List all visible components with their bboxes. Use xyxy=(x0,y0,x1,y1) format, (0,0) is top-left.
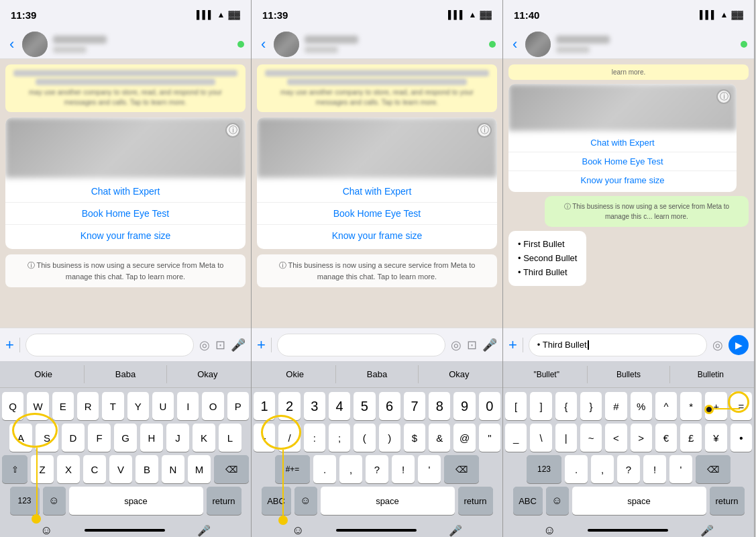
space-key-3[interactable]: space xyxy=(572,487,706,515)
key-question-3[interactable]: ? xyxy=(617,455,640,483)
abc-key-2[interactable]: ABC xyxy=(262,487,291,515)
key-lt[interactable]: < xyxy=(605,424,627,452)
key-x[interactable]: X xyxy=(57,455,80,483)
book-eye-btn-1[interactable]: Book Home Eye Test xyxy=(5,202,246,224)
key-r[interactable]: R xyxy=(77,392,99,420)
abc-key-3[interactable]: ABC xyxy=(513,487,543,515)
book-eye-btn-2[interactable]: Book Home Eye Test xyxy=(257,202,497,224)
chat-expert-btn-1[interactable]: Chat with Expert xyxy=(5,181,246,202)
key-rbracket[interactable]: ] xyxy=(530,392,551,420)
emoji-bottom-2[interactable]: ☺ xyxy=(292,524,304,538)
key-euro[interactable]: € xyxy=(655,424,677,452)
camera-icon-2[interactable]: ⊡ xyxy=(467,338,477,352)
text-input-2[interactable] xyxy=(277,334,445,356)
key-slash[interactable]: / xyxy=(278,424,300,452)
key-1[interactable]: 1 xyxy=(254,392,275,420)
key-tilde[interactable]: ~ xyxy=(580,424,602,452)
shift-key-1[interactable]: ⇧ xyxy=(2,455,28,483)
suggestion-3b[interactable]: Bullets xyxy=(588,366,669,383)
key-j[interactable]: J xyxy=(166,424,189,452)
emoji-bottom-3[interactable]: ☺ xyxy=(543,524,555,538)
key-q[interactable]: Q xyxy=(2,392,23,420)
key-b[interactable]: B xyxy=(136,455,158,483)
sticker-icon-2[interactable]: ◎ xyxy=(451,338,462,352)
mic-bottom-1[interactable]: 🎤 xyxy=(197,524,211,537)
key-minus[interactable]: - xyxy=(254,424,275,452)
return-key-3[interactable]: return xyxy=(710,487,745,515)
mic-icon-2[interactable]: 🎤 xyxy=(482,338,497,352)
suggestion-1a[interactable]: Okie xyxy=(3,365,85,383)
key-k[interactable]: K xyxy=(193,424,215,452)
backspace-key-3[interactable]: ⌫ xyxy=(696,455,731,483)
key-2[interactable]: 2 xyxy=(278,392,300,420)
key-exclaim[interactable]: ! xyxy=(392,455,415,483)
mic-icon-1[interactable]: 🎤 xyxy=(231,338,246,352)
key-quote[interactable]: " xyxy=(479,424,500,452)
key-6[interactable]: 6 xyxy=(379,392,400,420)
key-u[interactable]: U xyxy=(152,392,174,420)
key-pound[interactable]: £ xyxy=(680,424,702,452)
key-star[interactable]: * xyxy=(680,392,702,420)
key-gt[interactable]: > xyxy=(631,424,652,452)
info-icon-3[interactable]: ⓘ xyxy=(716,89,731,104)
backspace-key-1[interactable]: ⌫ xyxy=(214,455,249,483)
key-s[interactable]: S xyxy=(36,424,58,452)
key-g[interactable]: G xyxy=(114,424,137,452)
plus-button-1[interactable]: + xyxy=(5,336,14,354)
key-bullet[interactable]: • xyxy=(731,424,752,452)
key-colon[interactable]: : xyxy=(304,424,325,452)
key-plus[interactable]: + xyxy=(705,392,726,420)
back-button-1[interactable]: ‹ xyxy=(7,33,17,56)
key-o[interactable]: O xyxy=(202,392,223,420)
suggestion-3c[interactable]: Bulletin xyxy=(670,366,751,383)
plus-button-3[interactable]: + xyxy=(508,336,517,354)
return-key-1[interactable]: return xyxy=(207,487,241,515)
emoji-bottom-1[interactable]: ☺ xyxy=(40,524,52,538)
key-7[interactable]: 7 xyxy=(404,392,425,420)
back-button-2[interactable]: ‹ xyxy=(258,33,268,56)
emoji-key-3[interactable]: ☺ xyxy=(546,487,569,515)
suggestion-2c[interactable]: Okay xyxy=(419,365,500,383)
key-rcurly[interactable]: } xyxy=(580,392,602,420)
key-8[interactable]: 8 xyxy=(429,392,450,420)
key-n[interactable]: N xyxy=(162,455,184,483)
key-3[interactable]: 3 xyxy=(304,392,325,420)
key-pipe[interactable]: | xyxy=(555,424,577,452)
key-exclaim-3[interactable]: ! xyxy=(643,455,666,483)
frame-size-btn-3[interactable]: Know your frame size xyxy=(508,170,737,189)
mic-bottom-2[interactable]: 🎤 xyxy=(449,524,462,537)
input-bar-2[interactable]: + ◎ ⊡ 🎤 xyxy=(252,328,502,361)
space-key-2[interactable]: space xyxy=(321,487,455,515)
key-percent[interactable]: % xyxy=(631,392,652,420)
key-comma[interactable]: , xyxy=(339,455,362,483)
key-lcurly[interactable]: { xyxy=(555,392,577,420)
key-l[interactable]: L xyxy=(219,424,241,452)
key-dot[interactable]: . xyxy=(313,455,336,483)
mic-bottom-3[interactable]: 🎤 xyxy=(700,524,714,537)
key-5[interactable]: 5 xyxy=(354,392,375,420)
chat-expert-btn-3[interactable]: Chat with Expert xyxy=(508,134,737,152)
key-semicolon[interactable]: ; xyxy=(329,424,350,452)
key-a[interactable]: A xyxy=(9,424,32,452)
key-apos[interactable]: ' xyxy=(418,455,441,483)
key-dollar[interactable]: $ xyxy=(404,424,425,452)
key-amp[interactable]: & xyxy=(429,424,450,452)
key-w[interactable]: W xyxy=(27,392,48,420)
key-lparen[interactable]: ( xyxy=(354,424,375,452)
suggestion-2b[interactable]: Baba xyxy=(336,365,418,383)
sticker-icon-1[interactable]: ◎ xyxy=(199,338,210,352)
back-button-3[interactable]: ‹ xyxy=(510,33,520,56)
return-key-2[interactable]: return xyxy=(458,487,493,515)
key-p[interactable]: P xyxy=(227,392,249,420)
key-c[interactable]: C xyxy=(83,455,106,483)
input-bar-1[interactable]: + ◎ ⊡ 🎤 xyxy=(0,328,251,361)
key-d[interactable]: D xyxy=(62,424,85,452)
backspace-key-2[interactable]: ⌫ xyxy=(444,455,479,483)
num-switch-key-3[interactable]: 123 xyxy=(527,455,561,483)
key-underscore[interactable]: _ xyxy=(505,424,527,452)
suggestion-1c[interactable]: Okay xyxy=(167,365,248,383)
key-v[interactable]: V xyxy=(109,455,132,483)
key-f[interactable]: F xyxy=(88,424,111,452)
emoji-key-1[interactable]: ☺ xyxy=(43,487,66,515)
key-question[interactable]: ? xyxy=(366,455,388,483)
